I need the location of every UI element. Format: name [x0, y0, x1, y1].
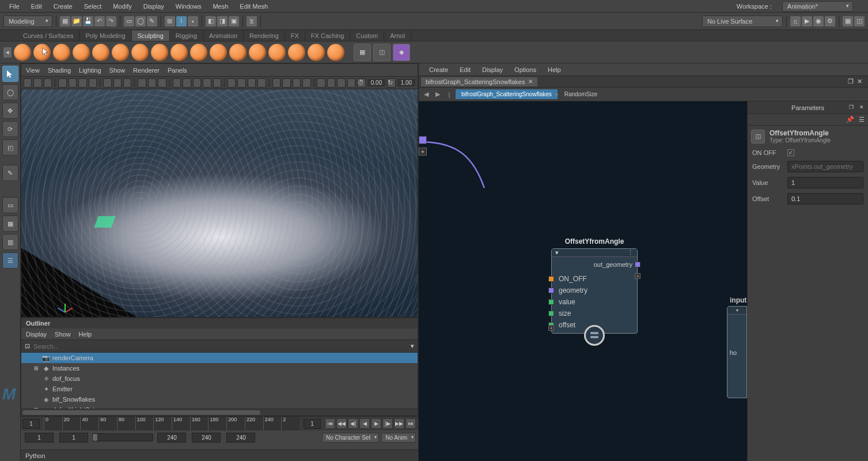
shelf-tab-custom[interactable]: Custom	[350, 31, 384, 41]
goto-end-icon[interactable]: ⏭	[405, 418, 416, 429]
shelf-tab-fxcaching[interactable]: FX Caching	[305, 31, 350, 41]
vp-icon[interactable]	[44, 78, 52, 88]
input-port[interactable]	[548, 311, 554, 316]
param-checkbox[interactable]: ✓	[787, 149, 794, 156]
sculpt-tool-11[interactable]	[210, 44, 227, 61]
outliner-item[interactable]: ✦ Emitter	[21, 384, 418, 394]
graph-menu-create[interactable]: Create	[423, 64, 454, 75]
sculpt-tool-10[interactable]	[190, 44, 207, 61]
menu-edit[interactable]: Edit	[25, 1, 48, 12]
manipulator-gizmo[interactable]	[96, 210, 119, 233]
node-expand-icon[interactable]	[584, 325, 605, 346]
external-add-port[interactable]: +	[419, 148, 427, 156]
menu-windows[interactable]: Windows	[170, 1, 207, 12]
nav-back-icon[interactable]: ◀	[421, 89, 431, 100]
input-port[interactable]	[548, 276, 554, 282]
close-tab-icon[interactable]: ✕	[528, 78, 533, 85]
vp-icon[interactable]	[123, 78, 131, 88]
outliner-item[interactable]: 📷 renderCamera	[21, 353, 418, 363]
menu-modify[interactable]: Modify	[107, 1, 137, 12]
close-icon[interactable]: ✕	[858, 103, 866, 111]
shelf-tab-fx[interactable]: FX	[285, 31, 305, 41]
shelf-tab-poly[interactable]: Poly Modeling	[79, 31, 131, 41]
time-current-field[interactable]	[304, 419, 321, 429]
sculpt-tool-16[interactable]	[308, 44, 325, 61]
axis-gizmo[interactable]	[56, 295, 73, 312]
node-canvas[interactable]: + OffsetYfromAngle ▾⋮ out_geometry + ON_…	[419, 101, 747, 461]
shelf-tab-curves[interactable]: Curves / Surfaces	[17, 31, 79, 41]
vp-icon[interactable]	[103, 78, 111, 88]
select-tool[interactable]	[2, 66, 18, 82]
panel-layout-icon[interactable]: ▦	[843, 16, 853, 27]
move-tool[interactable]: ✥	[2, 103, 18, 119]
node-header[interactable]: ▾⋮	[552, 249, 637, 257]
shelf-box-1[interactable]: ▦	[354, 44, 371, 61]
open-scene-icon[interactable]: 📁	[71, 16, 82, 27]
render-settings-icon[interactable]: ⚙	[825, 16, 835, 27]
sculpt-tool-7[interactable]	[131, 44, 149, 61]
outliner-item[interactable]: ⊞ ◆ Instances	[21, 363, 418, 373]
input-port[interactable]	[548, 299, 554, 305]
sculpt-tool-6[interactable]	[112, 44, 129, 61]
vp-icon[interactable]	[69, 78, 77, 88]
vp-icon[interactable]	[158, 78, 166, 88]
sculpt-tool-15[interactable]	[288, 44, 305, 61]
vp-icon[interactable]	[337, 78, 345, 88]
sculpt-tool-14[interactable]	[268, 44, 286, 61]
range-in[interactable]	[59, 433, 88, 443]
menu-select[interactable]: Select	[78, 1, 108, 12]
param-field[interactable]: xPoints.out_geometry	[787, 161, 863, 172]
vp-icon[interactable]	[293, 78, 301, 88]
range-end[interactable]	[192, 433, 221, 443]
time-ruler[interactable]: 0204060801001201401601802002202402	[44, 417, 300, 430]
sculpt-tool-9[interactable]	[170, 44, 188, 61]
save-scene-icon[interactable]: 💾	[83, 16, 93, 27]
graph-menu-help[interactable]: Help	[542, 64, 567, 75]
new-scene-icon[interactable]: ▦	[60, 16, 70, 27]
character-set-dropdown[interactable]: No Character Set	[322, 433, 379, 443]
last-tool[interactable]: ✎	[2, 165, 18, 181]
vp-icon[interactable]	[193, 78, 201, 88]
rotate-tool[interactable]: ⟳	[2, 121, 18, 137]
external-port[interactable]	[419, 136, 427, 144]
sculpt-tool-13[interactable]	[249, 44, 266, 61]
vp-icon[interactable]	[272, 78, 281, 88]
lasso-tool[interactable]: ◯	[2, 84, 18, 100]
shelf-options-icon[interactable]: ◂	[3, 47, 12, 58]
vp-icon[interactable]	[228, 78, 236, 88]
vp-icon[interactable]	[24, 78, 32, 88]
outliner-item[interactable]: ⊞ ☼ defaultLightSet	[21, 405, 418, 409]
toggle-icon-2[interactable]: ◨	[217, 16, 228, 27]
vp-menu-renderer[interactable]: Renderer	[133, 67, 160, 74]
add-input-icon[interactable]: +	[548, 325, 554, 331]
clock-icon[interactable]: ⏱	[357, 78, 365, 88]
shelf-tab-arnold[interactable]: Arnol	[384, 31, 411, 41]
toggle-icon-1[interactable]: ◧	[206, 16, 216, 27]
breadcrumb-root[interactable]: bifrostGraph_ScatteringSnowflakes	[456, 89, 558, 99]
breadcrumb-child[interactable]: RandomSize	[559, 89, 603, 99]
scale-tool[interactable]: ◰	[2, 139, 18, 156]
menu-display[interactable]: Display	[138, 1, 170, 12]
nav-forward-icon[interactable]: ▶	[433, 89, 443, 100]
vp-menu-shading[interactable]: Shading	[48, 67, 71, 74]
shelf-tab-sculpting[interactable]: Sculpting	[132, 31, 170, 41]
vp-menu-lighting[interactable]: Lighting	[79, 67, 101, 74]
layout-four[interactable]: ▦	[2, 216, 18, 232]
sculpt-tool-8[interactable]	[151, 44, 168, 61]
layout-custom[interactable]: ▥	[2, 234, 18, 250]
step-back-icon[interactable]: ◀◀	[336, 418, 347, 429]
toggle-icon-3[interactable]: ▣	[229, 16, 239, 27]
shelf-tab-rendering[interactable]: Rendering	[244, 31, 285, 41]
outliner-item[interactable]: ◈ bif_Snowflakes	[21, 394, 418, 405]
select-mode-icon[interactable]: ▭	[124, 16, 134, 27]
sculpt-tool-1[interactable]	[14, 44, 31, 61]
range-start[interactable]	[25, 433, 54, 443]
vp-icon[interactable]	[173, 78, 181, 88]
sculpt-tool-2[interactable]	[33, 44, 51, 61]
param-field[interactable]: 1	[787, 177, 863, 188]
graph-menu-options[interactable]: Options	[509, 64, 542, 75]
expand-icon[interactable]: ⊞	[33, 365, 40, 371]
vp-icon[interactable]	[89, 78, 97, 88]
live-surface-dropdown[interactable]: No Live Surface	[702, 16, 783, 27]
vp-icon[interactable]	[58, 78, 66, 88]
